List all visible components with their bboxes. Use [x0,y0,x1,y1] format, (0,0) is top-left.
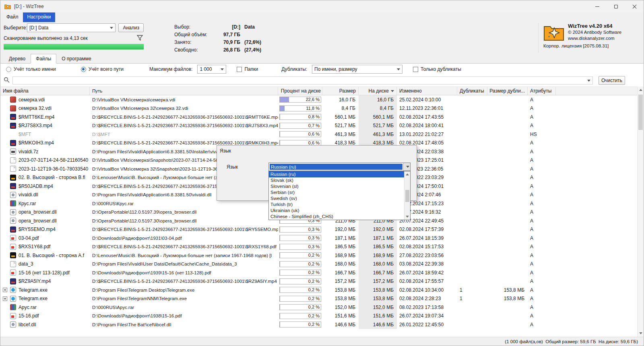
duplicates-count [457,95,487,104]
table-row[interactable]: 03-04.pdf D:\Downloads\Радиофронт\1931\0… [0,234,637,243]
stat-total: Общий объём:97,7 ГБ [174,31,261,38]
table-scrollbar[interactable] [637,86,644,337]
search-input[interactable] [13,77,592,84]
table-row[interactable]: $RJ7S8X3.mp4 D:\$RECYCLE.BIN\S-1-5-21-24… [0,122,637,130]
table-row[interactable]: Telegram.exe D:\Program Files\Telegram D… [0,286,637,295]
percent-on-disk-cell: 0,2 % [278,312,322,321]
duplicates-combo[interactable]: По имени, размеру [312,65,402,74]
column-header-duplicates[interactable]: Дубликаты [457,87,487,95]
only-duplicates-checkbox[interactable]: Только дубликаты [413,66,461,72]
column-header-size[interactable]: Размер [322,87,359,95]
table-row[interactable]: $MFT D:\$MFT 0,6 % 461,3 МБ 461,3 МБ 13.… [0,130,637,139]
file-path: D:\Program Files\Vivaldi\User Data\Defau… [90,260,278,269]
chevron-down-icon [406,166,409,168]
dll-file-icon [10,192,16,198]
tab-tree[interactable]: Дерево [4,54,31,64]
minimize-button[interactable] [588,0,607,12]
menu-item-file[interactable]: Файл [2,12,23,22]
filter-icon[interactable] [137,35,143,42]
file-name: Telegram.exe [19,287,47,293]
max-files-combo[interactable]: 1 000 [197,65,226,74]
file-path: D:\Program Files\The Bat!\cef\libcef.dll [90,320,278,329]
close-button[interactable] [625,0,644,12]
table-row[interactable]: Apyc.rar D:\000RUS\Apyc.rar 0,2 % 152,0 … [0,303,637,312]
column-header-attributes[interactable]: Атрибуты [528,87,556,95]
file-path: D:\Lenouser\Music\В. Высоцкий - Лукоморь… [90,251,278,260]
percent-bar: 0,3 % [279,227,321,233]
duplicates-count [457,139,487,148]
combo-dropdown-button[interactable] [403,163,410,171]
website-link[interactable]: www.diskanalyzer.com [568,35,621,41]
radio-name-only[interactable]: Учёт только имени [6,66,56,72]
duplicates-size [487,122,528,130]
table-row[interactable]: семерка 32.vdi D:\VirtualBox VMs\семерка… [0,104,637,113]
table-row[interactable]: $RY5SEMO.mp4 D:\$RECYCLE.BIN\S-1-5-21-24… [0,225,637,234]
analyze-button[interactable]: Анализ [118,23,144,32]
tab-files[interactable]: Файлы [31,54,56,64]
percent-on-disk-cell: 0,6 % [278,130,322,139]
duplicates-count [457,251,487,260]
column-header-path[interactable]: Путь [90,87,278,95]
mp4-file-icon [10,227,16,233]
table-row[interactable]: 15-16 (нет 113-128).pdf D:\Downloads\Рад… [0,268,637,277]
table-row[interactable]: Telegram.exe D:\Program Files\TelegramNN… [0,295,637,303]
column-header-modified[interactable]: Изменено [397,87,457,95]
duplicates-size [487,243,528,251]
language-option[interactable]: Turkish (tr) [269,202,404,208]
language-option[interactable]: Chinese - Simplified (zh_CHS) [269,214,404,220]
scroll-down-icon[interactable] [406,216,409,218]
scroll-up-icon[interactable] [406,173,409,175]
clear-button[interactable]: Очистить [599,76,625,85]
table-row[interactable]: семерка.vdi D:\VirtualBox VMs\семерка\се… [0,95,637,104]
pdf-file-icon [10,270,16,276]
scan-status-text: Сканирование выполнено за 4,13 сек [4,35,88,41]
table-row[interactable]: $RXS1Y68.pdf D:\$RECYCLE.BIN\S-1-5-21-24… [0,243,637,251]
scroll-down-icon[interactable] [639,332,642,334]
column-header-ondisk[interactable]: На диске [359,87,397,95]
file-path: D:\$RECYCLE.BIN\S-1-5-21-2429236677-2413… [90,113,278,122]
search-field[interactable] [12,76,593,84]
table-row[interactable]: 01. В. Высоцкий - сторона A.f D:\Lenouse… [0,251,637,260]
title-bar: [D:] - WizTree [0,0,644,12]
scrollbar-thumb[interactable] [638,95,643,130]
folders-checkbox[interactable]: Папки [237,66,258,72]
expand-toggle-icon[interactable] [3,297,7,301]
table-row[interactable]: libcef.dll D:\Program Files\The Bat!\cef… [0,320,637,329]
duplicates-count [457,225,487,234]
language-option[interactable]: Swedish (sv) [269,196,404,202]
language-option[interactable]: Slovak (sk) [269,177,404,183]
menu-item-settings[interactable]: Настройки [23,12,56,22]
modified-date: 03.08.2024 22:39:38 [397,260,457,269]
table-row[interactable]: $RMTT6KE.mp4 D:\$RECYCLE.BIN\S-1-5-21-24… [0,113,637,122]
duplicates-size [487,104,528,113]
maximize-button[interactable] [607,0,625,12]
table-row[interactable]: data_3 D:\Program Files\Vivaldi\User Dat… [0,260,637,269]
column-header-name[interactable]: Имя файла [0,87,90,95]
column-header-dupsize[interactable]: Размер дубли... [487,87,528,95]
table-row[interactable]: 15-16.pdf D:\Downloads\Радиофронт\1938\1… [0,312,637,321]
attributes: A [528,208,556,217]
radio-full-path[interactable]: Учёт всего пути [81,66,124,72]
scroll-up-icon[interactable] [639,89,642,91]
percent-on-disk-cell: 0,3 % [278,234,322,243]
table-row[interactable]: $RZ9A5IY.mp4 D:\$RECYCLE.BIN\S-1-5-21-24… [0,277,637,286]
language-option[interactable]: Russian (ru) [269,171,404,177]
language-option[interactable]: Serbian (sr) [269,189,404,196]
pdf-file-icon [10,313,16,319]
duplicates-size [487,260,528,269]
percent-bar: 0,2 % [279,321,321,327]
language-option[interactable]: Slovenian (sl) [269,183,404,189]
expand-toggle-icon[interactable] [3,288,7,292]
language-option[interactable]: Ukrainian (uk) [269,208,404,214]
column-header-percent[interactable]: Процент на диске [278,87,322,95]
scrollbar-thumb[interactable] [405,190,409,202]
tab-about[interactable]: О программе [56,54,96,64]
file-name: vivaldi.dll [19,192,38,198]
percent-on-disk-cell: 0,3 % [278,243,322,251]
modified-date: 02.08.2024 17:55:57 [397,277,457,286]
language-combo[interactable]: Russian (ru) [268,163,411,171]
percent-bar: 11,8 % [279,105,321,111]
drive-combo[interactable]: [D:] Data [27,23,116,32]
dropdown-scrollbar[interactable] [404,171,410,220]
duplicates-size [487,312,528,321]
